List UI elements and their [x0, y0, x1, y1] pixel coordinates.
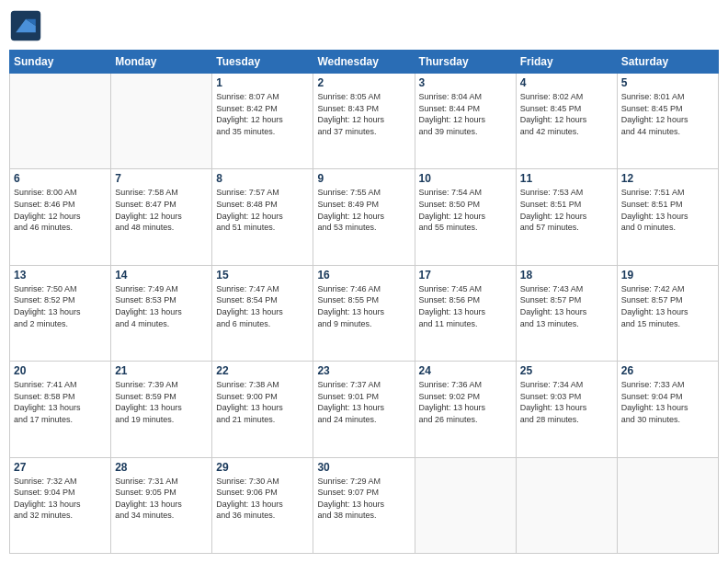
day-info: Sunrise: 7:36 AM Sunset: 9:02 PM Dayligh…: [419, 379, 512, 425]
day-number: 25: [520, 364, 613, 377]
day-info: Sunrise: 7:42 AM Sunset: 8:57 PM Dayligh…: [621, 283, 714, 329]
day-info: Sunrise: 7:51 AM Sunset: 8:51 PM Dayligh…: [621, 187, 714, 233]
day-info: Sunrise: 7:46 AM Sunset: 8:55 PM Dayligh…: [317, 283, 410, 329]
weekday-header-wednesday: Wednesday: [313, 51, 415, 74]
day-number: 1: [216, 76, 309, 89]
day-info: Sunrise: 8:07 AM Sunset: 8:42 PM Dayligh…: [216, 91, 309, 137]
calendar-cell: 25Sunrise: 7:34 AM Sunset: 9:03 PM Dayli…: [516, 362, 617, 457]
day-info: Sunrise: 7:38 AM Sunset: 9:00 PM Dayligh…: [216, 379, 309, 425]
day-info: Sunrise: 7:37 AM Sunset: 9:01 PM Dayligh…: [317, 379, 410, 425]
day-info: Sunrise: 7:41 AM Sunset: 8:58 PM Dayligh…: [14, 379, 107, 425]
calendar-cell: 1Sunrise: 8:07 AM Sunset: 8:42 PM Daylig…: [212, 74, 313, 169]
page: SundayMondayTuesdayWednesdayThursdayFrid…: [0, 0, 728, 563]
calendar-cell: 9Sunrise: 7:55 AM Sunset: 8:49 PM Daylig…: [313, 169, 415, 265]
calendar-cell: 2Sunrise: 8:05 AM Sunset: 8:43 PM Daylig…: [313, 74, 415, 169]
day-info: Sunrise: 7:55 AM Sunset: 8:49 PM Dayligh…: [317, 187, 410, 233]
calendar-cell: [111, 74, 212, 169]
calendar-cell: [516, 457, 617, 553]
calendar-cell: [10, 74, 111, 169]
day-info: Sunrise: 7:29 AM Sunset: 9:07 PM Dayligh…: [317, 476, 410, 522]
day-info: Sunrise: 8:05 AM Sunset: 8:43 PM Dayligh…: [317, 91, 410, 137]
calendar-cell: 6Sunrise: 8:00 AM Sunset: 8:46 PM Daylig…: [10, 169, 111, 265]
weekday-header-friday: Friday: [516, 51, 617, 74]
day-number: 20: [14, 364, 107, 377]
day-number: 24: [419, 364, 512, 377]
day-number: 2: [317, 76, 410, 89]
day-number: 4: [520, 76, 613, 89]
calendar-cell: 10Sunrise: 7:54 AM Sunset: 8:50 PM Dayli…: [415, 169, 516, 265]
day-info: Sunrise: 7:34 AM Sunset: 9:03 PM Dayligh…: [520, 379, 613, 425]
calendar-cell: 24Sunrise: 7:36 AM Sunset: 9:02 PM Dayli…: [415, 362, 516, 457]
week-row-3: 13Sunrise: 7:50 AM Sunset: 8:52 PM Dayli…: [10, 265, 719, 361]
day-number: 21: [115, 364, 208, 377]
day-number: 22: [216, 364, 309, 377]
logo-icon: [9, 9, 42, 42]
calendar-cell: 4Sunrise: 8:02 AM Sunset: 8:45 PM Daylig…: [516, 74, 617, 169]
calendar-cell: 30Sunrise: 7:29 AM Sunset: 9:07 PM Dayli…: [313, 457, 415, 553]
day-info: Sunrise: 7:50 AM Sunset: 8:52 PM Dayligh…: [14, 283, 107, 329]
day-number: 14: [115, 269, 208, 282]
day-number: 11: [520, 172, 613, 185]
day-number: 17: [419, 269, 512, 282]
day-number: 15: [216, 269, 309, 282]
calendar-cell: 21Sunrise: 7:39 AM Sunset: 8:59 PM Dayli…: [111, 362, 212, 457]
calendar-cell: 29Sunrise: 7:30 AM Sunset: 9:06 PM Dayli…: [212, 457, 313, 553]
calendar-cell: 11Sunrise: 7:53 AM Sunset: 8:51 PM Dayli…: [516, 169, 617, 265]
day-info: Sunrise: 7:30 AM Sunset: 9:06 PM Dayligh…: [216, 476, 309, 522]
calendar-cell: 17Sunrise: 7:45 AM Sunset: 8:56 PM Dayli…: [415, 265, 516, 361]
day-number: 26: [621, 364, 714, 377]
weekday-header-thursday: Thursday: [415, 51, 516, 74]
day-number: 7: [115, 172, 208, 185]
day-info: Sunrise: 7:43 AM Sunset: 8:57 PM Dayligh…: [520, 283, 613, 329]
calendar-cell: 28Sunrise: 7:31 AM Sunset: 9:05 PM Dayli…: [111, 457, 212, 553]
day-info: Sunrise: 8:01 AM Sunset: 8:45 PM Dayligh…: [621, 91, 714, 137]
calendar-cell: 5Sunrise: 8:01 AM Sunset: 8:45 PM Daylig…: [617, 74, 718, 169]
day-number: 19: [621, 269, 714, 282]
day-number: 23: [317, 364, 410, 377]
weekday-header-monday: Monday: [111, 51, 212, 74]
day-number: 3: [419, 76, 512, 89]
calendar-cell: [617, 457, 718, 553]
week-row-5: 27Sunrise: 7:32 AM Sunset: 9:04 PM Dayli…: [10, 457, 719, 553]
calendar-cell: 18Sunrise: 7:43 AM Sunset: 8:57 PM Dayli…: [516, 265, 617, 361]
day-number: 27: [14, 461, 107, 474]
calendar-cell: [415, 457, 516, 553]
day-number: 28: [115, 461, 208, 474]
calendar-cell: 26Sunrise: 7:33 AM Sunset: 9:04 PM Dayli…: [617, 362, 718, 457]
day-info: Sunrise: 7:47 AM Sunset: 8:54 PM Dayligh…: [216, 283, 309, 329]
day-number: 8: [216, 172, 309, 185]
calendar-cell: 16Sunrise: 7:46 AM Sunset: 8:55 PM Dayli…: [313, 265, 415, 361]
calendar-cell: 27Sunrise: 7:32 AM Sunset: 9:04 PM Dayli…: [10, 457, 111, 553]
weekday-header-saturday: Saturday: [617, 51, 718, 74]
calendar-cell: 14Sunrise: 7:49 AM Sunset: 8:53 PM Dayli…: [111, 265, 212, 361]
weekday-header-sunday: Sunday: [10, 51, 111, 74]
day-info: Sunrise: 8:04 AM Sunset: 8:44 PM Dayligh…: [419, 91, 512, 137]
day-info: Sunrise: 7:57 AM Sunset: 8:48 PM Dayligh…: [216, 187, 309, 233]
day-info: Sunrise: 8:02 AM Sunset: 8:45 PM Dayligh…: [520, 91, 613, 137]
day-info: Sunrise: 8:00 AM Sunset: 8:46 PM Dayligh…: [14, 187, 107, 233]
day-info: Sunrise: 7:53 AM Sunset: 8:51 PM Dayligh…: [520, 187, 613, 233]
day-number: 29: [216, 461, 309, 474]
day-number: 5: [621, 76, 714, 89]
calendar-cell: 3Sunrise: 8:04 AM Sunset: 8:44 PM Daylig…: [415, 74, 516, 169]
day-info: Sunrise: 7:33 AM Sunset: 9:04 PM Dayligh…: [621, 379, 714, 425]
day-number: 12: [621, 172, 714, 185]
day-info: Sunrise: 7:54 AM Sunset: 8:50 PM Dayligh…: [419, 187, 512, 233]
day-number: 18: [520, 269, 613, 282]
logo: [9, 9, 46, 42]
calendar-cell: 19Sunrise: 7:42 AM Sunset: 8:57 PM Dayli…: [617, 265, 718, 361]
day-number: 10: [419, 172, 512, 185]
calendar-cell: 23Sunrise: 7:37 AM Sunset: 9:01 PM Dayli…: [313, 362, 415, 457]
day-number: 30: [317, 461, 410, 474]
weekday-header-tuesday: Tuesday: [212, 51, 313, 74]
weekday-header-row: SundayMondayTuesdayWednesdayThursdayFrid…: [10, 51, 719, 74]
header: [9, 9, 719, 42]
day-info: Sunrise: 7:31 AM Sunset: 9:05 PM Dayligh…: [115, 476, 208, 522]
calendar-cell: 8Sunrise: 7:57 AM Sunset: 8:48 PM Daylig…: [212, 169, 313, 265]
day-number: 16: [317, 269, 410, 282]
day-info: Sunrise: 7:39 AM Sunset: 8:59 PM Dayligh…: [115, 379, 208, 425]
calendar-table: SundayMondayTuesdayWednesdayThursdayFrid…: [9, 50, 719, 554]
day-number: 9: [317, 172, 410, 185]
calendar-cell: 20Sunrise: 7:41 AM Sunset: 8:58 PM Dayli…: [10, 362, 111, 457]
week-row-2: 6Sunrise: 8:00 AM Sunset: 8:46 PM Daylig…: [10, 169, 719, 265]
